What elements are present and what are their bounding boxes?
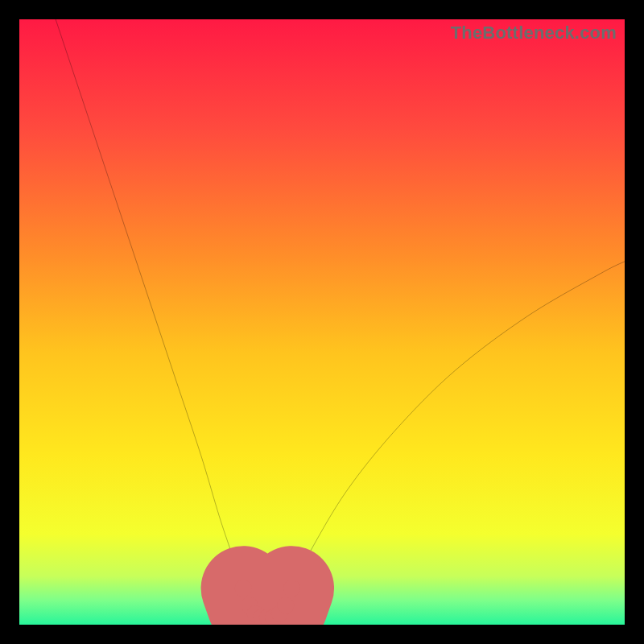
watermark-label: TheBottleneck.com xyxy=(451,23,617,43)
chart-svg xyxy=(19,19,625,625)
plot-area: TheBottleneck.com xyxy=(19,19,625,625)
svg-point-9 xyxy=(283,580,300,597)
svg-point-1 xyxy=(235,580,252,597)
svg-point-8 xyxy=(277,597,294,613)
bottleneck-curve xyxy=(56,19,625,619)
chart-frame: TheBottleneck.com xyxy=(0,0,644,644)
